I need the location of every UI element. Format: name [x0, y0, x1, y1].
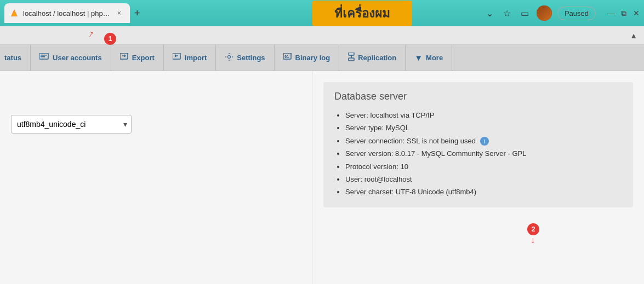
paused-label: Paused [565, 9, 589, 18]
nav-tab-user-accounts[interactable]: User accounts [31, 45, 111, 71]
collapse-icon[interactable]: ▲ [630, 31, 637, 40]
nav-tab-binary-log[interactable]: 01 Binary log [275, 45, 340, 71]
svg-rect-15 [349, 53, 354, 55]
list-item: Server charset: UTF-8 Unicode (utf8mb4) [345, 186, 622, 198]
svg-text:01: 01 [284, 55, 289, 59]
svg-rect-4 [41, 56, 45, 57]
browser-chrome: localhost / localhost | phpMyAdm × + ที่… [0, 0, 644, 26]
settings-label: Settings [237, 54, 265, 62]
replication-label: Replication [358, 54, 396, 62]
annotation-badge-2-wrapper: 2 [527, 223, 539, 235]
browser-center: ที่เครื่องผม [244, 1, 480, 26]
badge-2-label: 2 [532, 225, 535, 233]
replication-icon [348, 53, 355, 63]
binary-log-svg: 01 [283, 53, 292, 61]
avatar-image [537, 5, 552, 21]
badge-2-arrow-icon: ↓ [531, 235, 535, 245]
address-bar: ▲ [0, 26, 644, 45]
new-tab-button[interactable]: + [130, 5, 145, 21]
server-user: User: root@localhost [345, 175, 412, 183]
pma-favicon-icon [10, 9, 19, 18]
server-type: Server type: MySQL [345, 124, 409, 132]
user-accounts-label: User accounts [53, 54, 102, 62]
protocol-version: Protocol version: 10 [345, 163, 408, 171]
chevron-down-icon[interactable]: ⌄ [484, 6, 495, 21]
maximize-icon[interactable]: ⧉ [621, 9, 626, 18]
nav-tab-status[interactable]: tatus [0, 45, 31, 71]
export-label: Export [132, 54, 155, 62]
user-accounts-svg [39, 53, 49, 61]
server-charset: Server charset: UTF-8 Unicode (utf8mb4) [345, 188, 476, 196]
svg-rect-16 [349, 58, 354, 61]
settings-icon [225, 53, 233, 63]
minimize-icon[interactable]: — [607, 9, 614, 18]
annotation-badge-1: 1 [104, 33, 116, 45]
import-icon [173, 53, 181, 62]
nav-tab-import[interactable]: Import [164, 45, 216, 71]
nav-tab-more[interactable]: ▼ More [406, 45, 452, 71]
server-connection: Server connection: SSL is not being used [345, 137, 476, 145]
binary-log-label: Binary log [295, 54, 330, 62]
nav-tab-export[interactable]: Export [111, 45, 164, 71]
db-server-title: Database server [334, 91, 622, 102]
nav-tab-settings[interactable]: Settings [216, 45, 274, 71]
server-host: Server: localhost via TCP/IP [345, 111, 434, 119]
list-item: Protocol version: 10 [345, 160, 622, 173]
thai-label: ที่เครื่องผม [312, 1, 412, 26]
settings-svg [225, 53, 233, 61]
ssl-info-icon[interactable]: i [480, 137, 489, 146]
export-svg [120, 53, 129, 61]
list-item: Server: localhost via TCP/IP [345, 109, 622, 121]
main-content: utf8mb4_unicode_ci ▾ Database server Ser… [0, 71, 644, 284]
browser-controls-right: ⌄ ☆ ▭ Paused — ⧉ ✕ [484, 5, 640, 21]
list-item: Server connection: SSL is not being used… [345, 135, 622, 147]
binary-log-icon: 01 [283, 53, 292, 62]
paused-button[interactable]: Paused [557, 7, 596, 20]
more-dropdown-icon: ▼ [414, 53, 423, 62]
left-panel: utf8mb4_unicode_ci ▾ [0, 71, 312, 284]
tab-close-button[interactable]: × [115, 8, 123, 18]
svg-marker-1 [12, 10, 17, 16]
list-item: User: root@localhost [345, 173, 622, 186]
collation-select-wrapper: utf8mb4_unicode_ci ▾ [11, 115, 132, 134]
star-icon[interactable]: ☆ [501, 6, 513, 21]
import-label: Import [185, 54, 207, 62]
import-svg [173, 53, 181, 61]
svg-rect-2 [39, 53, 48, 59]
export-icon [120, 53, 129, 62]
db-server-list: Server: localhost via TCP/IP Server type… [334, 109, 622, 199]
right-panel: Database server Server: localhost via TC… [312, 71, 644, 284]
user-accounts-icon [39, 53, 49, 62]
db-server-box: Database server Server: localhost via TC… [323, 82, 633, 207]
tab-title: localhost / localhost | phpMyAdm [23, 9, 111, 18]
status-tab-label: tatus [4, 54, 21, 62]
close-window-icon[interactable]: ✕ [633, 9, 640, 18]
browser-window-controls: — ⧉ ✕ [607, 9, 640, 18]
avatar[interactable] [537, 5, 552, 21]
replication-svg [348, 53, 355, 61]
split-screen-icon[interactable]: ▭ [518, 6, 531, 21]
tab-bar: localhost / localhost | phpMyAdm × + [4, 3, 241, 23]
more-label: More [426, 54, 443, 62]
collation-select[interactable]: utf8mb4_unicode_ci [11, 115, 132, 134]
server-version: Server version: 8.0.17 - MySQL Community… [345, 149, 526, 158]
badge-1-label: 1 [109, 35, 112, 43]
list-item: Server type: MySQL [345, 121, 622, 134]
annotation-badge-2: 2 [527, 223, 539, 235]
active-tab[interactable]: localhost / localhost | phpMyAdm × [4, 3, 130, 23]
pma-navigation: tatus User accounts Export [0, 45, 644, 71]
list-item: Server version: 8.0.17 - MySQL Community… [345, 147, 622, 160]
svg-rect-3 [41, 55, 47, 56]
nav-tab-replication[interactable]: Replication [339, 45, 406, 71]
